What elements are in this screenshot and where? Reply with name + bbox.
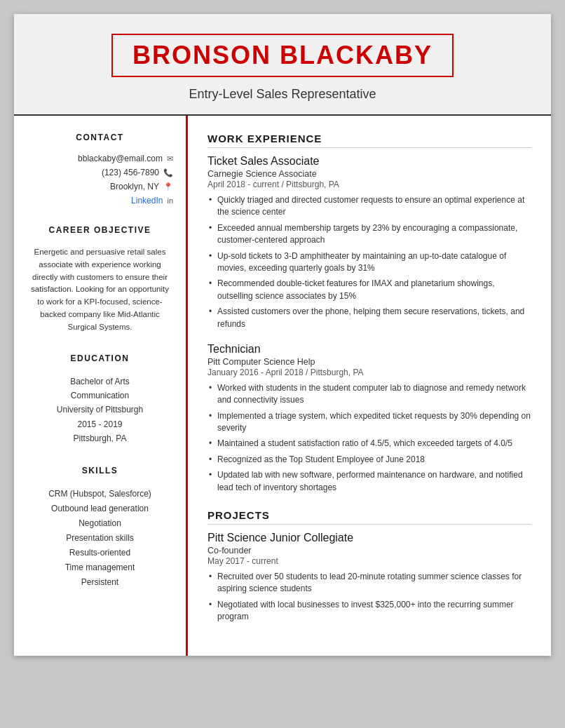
- project-1-bullets: Recruited over 50 students to lead 20-mi…: [207, 571, 531, 623]
- skill-1: CRM (Hubspot, Salesforce): [27, 487, 173, 501]
- name-box: BRONSON BLACKABY: [111, 34, 454, 77]
- contact-phone: (123) 456-7890 📞: [27, 168, 173, 177]
- skill-3: Negotiation: [27, 516, 173, 531]
- job-1-bullet-2: Exceeded annual membership targets by 23…: [207, 222, 531, 247]
- career-objective-section: CAREER OBJECTIVE Energetic and persuasiv…: [27, 225, 173, 334]
- job-2-bullet-2: Implemented a triage system, which exped…: [207, 410, 531, 435]
- job-1-bullet-5: Assisted customers over the phone, helpi…: [207, 306, 531, 330]
- job-1-company: Carnegie Science Associate: [207, 169, 531, 179]
- education-city: Pittsburgh, PA: [27, 431, 173, 445]
- job-1-bullets: Quickly triaged and directed customer re…: [207, 194, 531, 330]
- job-1-date: April 2018 - current / Pittsburgh, PA: [207, 180, 531, 189]
- work-experience-title: WORK EXPERIENCE: [207, 133, 531, 148]
- skills-title: SKILLS: [27, 466, 173, 478]
- career-objective-text: Energetic and persuasive retail sales as…: [27, 246, 173, 334]
- linkedin-link[interactable]: LinkedIn: [131, 196, 163, 205]
- resume-document: BRONSON BLACKABY Entry-Level Sales Repre…: [14, 14, 551, 656]
- skill-2: Outbound lead generation: [27, 501, 173, 516]
- project-1-title: Pitt Science Junior Collegiate: [207, 532, 531, 544]
- full-name: BRONSON BLACKABY: [132, 41, 433, 70]
- education-section: EDUCATION Bachelor of Arts Communication…: [27, 353, 173, 446]
- job-title: Entry-Level Sales Representative: [42, 87, 523, 102]
- job-2: Technician Pitt Computer Science Help Ja…: [207, 343, 531, 494]
- job-2-date: January 2016 - April 2018 / Pittsburgh, …: [207, 368, 531, 377]
- education-title: EDUCATION: [27, 353, 173, 366]
- job-1: Ticket Sales Associate Carnegie Science …: [207, 155, 531, 330]
- skill-6: Time management: [27, 560, 173, 575]
- phone-text: (123) 456-7890: [102, 168, 159, 177]
- career-objective-title: CAREER OBJECTIVE: [27, 225, 173, 238]
- education-school: University of Pittsburgh: [27, 403, 173, 417]
- job-2-bullet-5: Updated lab with new software, performed…: [207, 469, 531, 494]
- education-degree: Bachelor of Arts: [27, 375, 173, 389]
- project-1-bullet-2: Negotiated with local businesses to inve…: [207, 599, 531, 623]
- first-name: BRONSON: [132, 41, 280, 69]
- contact-section: CONTACT bblackaby@email.com ✉ (123) 456-…: [27, 133, 173, 205]
- sidebar: CONTACT bblackaby@email.com ✉ (123) 456-…: [14, 116, 188, 656]
- location-icon: 📍: [163, 182, 173, 191]
- linkedin-icon: in: [167, 196, 173, 205]
- skill-4: Presentation skills: [27, 531, 173, 546]
- project-1-date: May 2017 - current: [207, 556, 531, 566]
- email-text: bblackaby@email.com: [78, 154, 163, 163]
- skill-5: Results-oriented: [27, 546, 173, 560]
- work-experience-section: WORK EXPERIENCE Ticket Sales Associate C…: [207, 133, 531, 494]
- job-1-bullet-3: Up-sold tickets to 3-D amphitheater by m…: [207, 250, 531, 275]
- project-1: Pitt Science Junior Collegiate Co-founde…: [207, 532, 531, 623]
- email-icon: ✉: [167, 154, 173, 163]
- location-text: Brooklyn, NY: [110, 182, 159, 191]
- skill-7: Persistent: [27, 575, 173, 590]
- resume-body: CONTACT bblackaby@email.com ✉ (123) 456-…: [14, 116, 551, 656]
- skills-section: SKILLS CRM (Hubspot, Salesforce) Outboun…: [27, 466, 173, 590]
- contact-email: bblackaby@email.com ✉: [27, 154, 173, 163]
- education-field: Communication: [27, 389, 173, 403]
- last-name: BLACKABY: [280, 41, 433, 69]
- job-2-title: Technician: [207, 343, 531, 356]
- projects-section: PROJECTS Pitt Science Junior Collegiate …: [207, 509, 531, 623]
- projects-title: PROJECTS: [207, 509, 531, 525]
- project-1-role: Co-founder: [207, 546, 531, 555]
- education-years: 2015 - 2019: [27, 417, 173, 431]
- job-2-bullet-1: Worked with students in the student comp…: [207, 382, 531, 407]
- job-2-bullets: Worked with students in the student comp…: [207, 382, 531, 494]
- phone-icon: 📞: [163, 168, 173, 177]
- education-block: Bachelor of Arts Communication Universit…: [27, 375, 173, 446]
- project-1-bullet-1: Recruited over 50 students to lead 20-mi…: [207, 571, 531, 595]
- contact-title: CONTACT: [27, 133, 173, 145]
- job-2-company: Pitt Computer Science Help: [207, 357, 531, 367]
- job-2-bullet-3: Maintained a student satisfaction ratio …: [207, 438, 531, 450]
- contact-location: Brooklyn, NY 📍: [27, 182, 173, 191]
- main-content: WORK EXPERIENCE Ticket Sales Associate C…: [188, 116, 551, 656]
- contact-linkedin[interactable]: LinkedIn in: [27, 196, 173, 205]
- resume-header: BRONSON BLACKABY Entry-Level Sales Repre…: [14, 14, 551, 116]
- skills-list: CRM (Hubspot, Salesforce) Outbound lead …: [27, 487, 173, 590]
- job-1-title: Ticket Sales Associate: [207, 155, 531, 168]
- job-1-bullet-1: Quickly triaged and directed customer re…: [207, 194, 531, 219]
- job-1-bullet-4: Recommended double-ticket features for I…: [207, 278, 531, 302]
- job-2-bullet-4: Recognized as the Top Student Employee o…: [207, 454, 531, 466]
